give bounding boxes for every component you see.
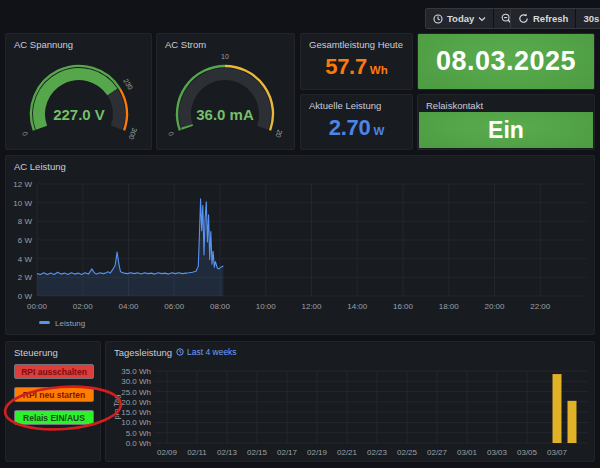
stat-value: 2.70 <box>329 115 371 141</box>
y-tick-label: 12 W <box>13 180 32 189</box>
y-tick-label: 30.0 Wh <box>121 377 151 386</box>
panel-gesamtleistung-heute: Gesamtleistung Heute 57.7 Wh <box>300 33 413 90</box>
panel-ac-strom: AC Strom 0102036.0 mA <box>156 33 295 150</box>
chevron-down-icon <box>478 16 486 22</box>
panel-ac-spannung: AC Spannung 0230300227.0 V <box>5 33 152 150</box>
x-tick-label: 03/07 <box>547 448 568 457</box>
time-window-label: Last 4 weeks <box>187 347 237 357</box>
gauge-tick-label: 230 <box>122 77 134 91</box>
x-tick-label: 02/13 <box>217 448 238 457</box>
y-tick-label: 2 W <box>18 273 33 282</box>
refresh-icon <box>518 13 529 24</box>
panel-aktuelle-leistung: Aktuelle Leistung 2.70 W <box>300 94 413 150</box>
panel-relaiskontakt: Relaiskontakt Ein <box>417 94 595 150</box>
y-tick-label: 10 W <box>13 199 32 208</box>
bar-03/07 <box>553 374 562 443</box>
relay-toggle-button[interactable]: Relais EIN/AUS <box>14 410 94 425</box>
y-axis-label: pro Tag <box>112 395 121 420</box>
x-tick-label: 02/25 <box>397 448 418 457</box>
y-tick-label: 0.0 Wh <box>126 439 151 448</box>
x-tick-label: 18:00 <box>439 302 460 311</box>
x-tick-label: 02/09 <box>157 448 178 457</box>
y-tick-label: 15.0 Wh <box>121 408 151 417</box>
gauge-tick-label: 10 <box>221 53 229 60</box>
refresh-interval-button[interactable]: 30s <box>576 9 600 28</box>
clock-icon <box>433 14 443 24</box>
x-tick-label: 03/03 <box>487 448 508 457</box>
time-picker-group: Today <box>425 8 520 29</box>
panel-steuerung: Steuerung RPI ausschalten RPI neu starte… <box>5 341 101 462</box>
gauge-value-text: 227.0 V <box>53 106 105 123</box>
y-tick-label: 35.0 Wh <box>121 367 151 376</box>
x-tick-label: 03/05 <box>517 448 538 457</box>
button-label: Relais EIN/AUS <box>23 413 85 423</box>
voltage-gauge: 0230300227.0 V <box>6 50 151 149</box>
panel-title: Relaiskontakt <box>426 100 483 111</box>
x-tick-label: 10:00 <box>256 302 277 311</box>
gauge-value-text: 36.0 mA <box>196 106 254 123</box>
x-tick-label: 03/01 <box>457 448 478 457</box>
x-tick-label: 02/27 <box>427 448 448 457</box>
y-tick-label: 6 W <box>18 236 33 245</box>
x-tick-label: 20:00 <box>484 302 505 311</box>
y-tick-label: 4 W <box>18 255 33 264</box>
x-tick-label: 02/11 <box>187 448 207 457</box>
stat-value: 57.7 <box>325 54 367 80</box>
x-tick-label: 08:00 <box>210 302 231 311</box>
y-tick-label: 20.0 Wh <box>121 398 151 407</box>
panel-tagesleistung: Tagesleistung Last 4 weeks 02/0902/1102/… <box>105 341 595 462</box>
x-tick-label: 04:00 <box>118 302 139 311</box>
date-value: 08.03.2025 <box>436 46 576 77</box>
legend-swatch <box>39 321 50 324</box>
stat-current-power: 2.70 W <box>301 115 412 141</box>
refresh-interval-label: 30s <box>583 13 599 24</box>
y-tick-label: 5.0 Wh <box>126 429 151 438</box>
gauge-tick-label: 300 <box>128 127 139 140</box>
panel-title: Aktuelle Leistung <box>309 100 381 111</box>
rpi-shutdown-button[interactable]: RPI ausschalten <box>14 364 94 379</box>
gauge-tick-label: 20 <box>274 129 283 139</box>
x-tick-label: 14:00 <box>347 302 368 311</box>
panel-ac-leistung: AC Leistung 00:0002:0004:0006:0008:0010:… <box>5 155 595 335</box>
panel-title: AC Leistung <box>14 161 66 172</box>
x-tick-label: 02/23 <box>367 448 388 457</box>
series-area <box>37 199 223 296</box>
gauge-tick-label: 0 <box>167 131 175 137</box>
refresh-button[interactable]: Refresh <box>511 9 575 28</box>
rpi-restart-button[interactable]: RPI neu starten <box>14 387 94 402</box>
power-timeseries-chart: 00:0002:0004:0006:0008:0010:0012:0014:00… <box>6 172 594 335</box>
time-range-button[interactable]: Today <box>426 9 493 28</box>
x-tick-label: 02:00 <box>73 302 94 311</box>
series-line <box>37 199 223 275</box>
panel-date: 08.03.2025 <box>417 33 595 90</box>
relay-state-box: Ein <box>419 112 593 148</box>
clock-icon <box>176 348 184 356</box>
x-tick-label: 12:00 <box>301 302 322 311</box>
x-tick-label: 02/21 <box>337 448 358 457</box>
grafana-dashboard: Today Refresh 30s AC Spannung <box>0 0 600 468</box>
daily-energy-bar-chart: 02/0902/1102/1302/1502/1702/1902/2102/23… <box>107 358 595 462</box>
panel-title: Steuerung <box>14 347 58 358</box>
x-tick-label: 22:00 <box>530 302 551 311</box>
button-label: RPI neu starten <box>23 390 85 400</box>
y-tick-label: 25.0 Wh <box>121 388 151 397</box>
x-tick-label: 02/17 <box>277 448 298 457</box>
y-tick-label: 0 W <box>18 292 33 301</box>
time-window-link[interactable]: Last 4 weeks <box>176 347 237 357</box>
button-label: RPI ausschalten <box>21 367 87 377</box>
gauge-value-arc <box>187 126 188 128</box>
relay-state-value: Ein <box>488 117 524 144</box>
current-gauge: 0102036.0 mA <box>157 50 294 149</box>
panel-title: Gesamtleistung Heute <box>309 39 403 50</box>
gauge-tick-label: 0 <box>21 131 29 137</box>
stat-unit: W <box>373 125 384 137</box>
x-tick-label: 00:00 <box>27 302 48 311</box>
y-tick-label: 8 W <box>18 217 33 226</box>
refresh-picker-group: Refresh 30s <box>510 8 600 29</box>
refresh-label: Refresh <box>533 13 568 24</box>
x-tick-label: 06:00 <box>164 302 185 311</box>
x-tick-label: 02/19 <box>307 448 328 457</box>
panel-title: AC Strom <box>165 39 206 50</box>
time-range-label: Today <box>447 13 474 24</box>
legend-label[interactable]: Leistung <box>55 319 85 328</box>
